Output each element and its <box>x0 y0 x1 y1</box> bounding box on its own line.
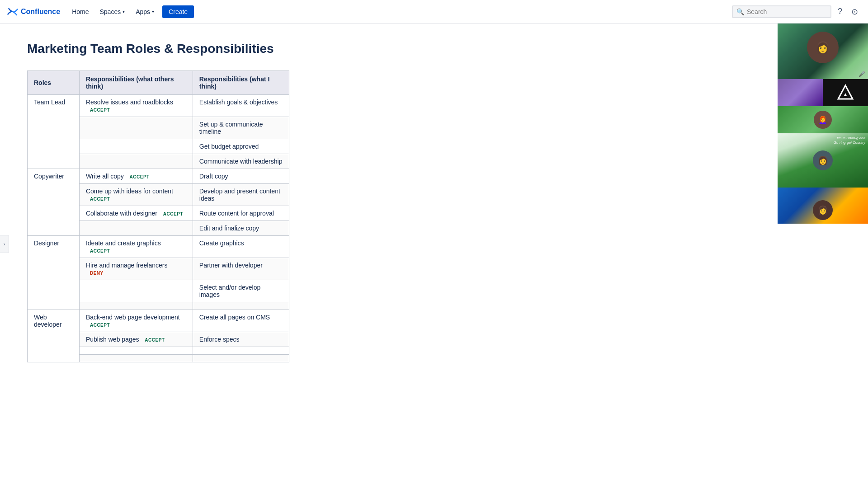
video-tile-2: ▲ 👩‍🦰 <box>778 79 868 133</box>
mine-cell: Select and/or develop images <box>193 280 289 302</box>
others-cell <box>79 139 193 154</box>
others-cell: Back-end web page development ACCEPT <box>79 310 193 332</box>
others-cell <box>79 280 193 302</box>
navbar: Confluence Home Spaces ▾ Apps ▾ Create 🔍… <box>0 0 868 23</box>
others-cell <box>79 154 193 169</box>
main-content: Marketing Team Roles & Responsibilities … <box>0 23 542 389</box>
avatar-1: 👩 <box>807 32 839 63</box>
badge-accept: ACCEPT <box>127 174 152 180</box>
others-cell: Collaborate with designer ACCEPT <box>79 206 193 221</box>
mine-cell: Establish goals & objectives <box>193 95 289 117</box>
search-icon: 🔍 <box>736 8 744 15</box>
roles-table: Roles Responsibilities (what others thin… <box>27 70 289 362</box>
badge-accept: ACCEPT <box>88 196 112 202</box>
mine-cell: Communicate with leadership <box>193 154 289 169</box>
confluence-logo[interactable]: Confluence <box>7 6 60 17</box>
nav-right: 🔍 ? ⊙ <box>732 4 861 19</box>
search-box[interactable]: 🔍 <box>732 5 831 18</box>
video-tile-4: 👩 🎤 <box>778 188 868 224</box>
mine-cell: Enforce specs <box>193 332 289 347</box>
mine-cell: Route content for approval <box>193 206 289 221</box>
video-panel: 👩 🎤 ▲ 👩‍🦰 👩 I'm in Dharug and Gu-ring-ga… <box>778 16 868 224</box>
role-cell: Web developer <box>28 310 80 362</box>
create-button[interactable]: Create <box>162 5 194 18</box>
role-cell: Designer <box>28 236 80 310</box>
tile-3-location-text: I'm in Dharug and Gu-ring-gai Country <box>834 136 865 145</box>
mine-cell: Develop and present content ideas <box>193 184 289 206</box>
video-tile-1: 👩 🎤 <box>778 16 868 79</box>
help-button[interactable]: ? <box>835 4 845 19</box>
others-cell: Hire and manage freelancers DENY <box>79 258 193 280</box>
logo-text: Confluence <box>21 8 60 16</box>
mine-cell <box>193 302 289 310</box>
search-input[interactable] <box>747 8 827 15</box>
video-tile-2a <box>778 79 823 106</box>
spaces-chevron: ▾ <box>123 9 125 14</box>
badge-accept: ACCEPT <box>88 248 112 254</box>
sidebar-toggle[interactable]: › <box>0 235 9 253</box>
apps-chevron: ▾ <box>152 9 154 14</box>
others-cell <box>79 221 193 236</box>
role-cell: Team Lead <box>28 95 80 169</box>
badge-accept: ACCEPT <box>88 322 112 328</box>
badge-deny: DENY <box>88 270 106 276</box>
video-tile-2b: 👩‍🦰 <box>778 106 868 133</box>
mine-cell: Create graphics <box>193 236 289 258</box>
mine-cell: Partner with developer <box>193 258 289 280</box>
table-row: DesignerIdeate and create graphics ACCEP… <box>28 236 289 258</box>
others-cell: Resolve issues and roadblocks ACCEPT <box>79 95 193 117</box>
role-cell: Copywriter <box>28 169 80 236</box>
others-cell <box>79 355 193 362</box>
video-tile-3: 👩 I'm in Dharug and Gu-ring-gai Country <box>778 133 868 188</box>
mine-cell: Create all pages on CMS <box>193 310 289 332</box>
mine-cell <box>193 347 289 355</box>
others-cell: Write all copy ACCEPT <box>79 169 193 184</box>
spaces-link[interactable]: Spaces ▾ <box>95 5 129 18</box>
col-header-roles: Roles <box>28 71 80 95</box>
badge-accept: ACCEPT <box>142 337 167 343</box>
apps-link[interactable]: Apps ▾ <box>131 5 159 18</box>
nav-links: Home Spaces ▾ Apps ▾ Create <box>67 5 194 18</box>
others-cell: Come up with ideas for content ACCEPT <box>79 184 193 206</box>
mine-cell: Draft copy <box>193 169 289 184</box>
col-header-mine: Responsibilities (what I think) <box>193 71 289 95</box>
atlassian-tile: ▲ <box>823 79 868 106</box>
others-cell <box>79 347 193 355</box>
page-title: Marketing Team Roles & Responsibilities <box>27 42 515 56</box>
badge-accept: ACCEPT <box>161 211 185 217</box>
col-header-others: Responsibilities (what others think) <box>79 71 193 95</box>
mine-cell: Edit and finalize copy <box>193 221 289 236</box>
mic-icon-1: 🎤 <box>859 71 865 77</box>
mine-cell: Set up & communicate timeline <box>193 117 289 139</box>
badge-accept: ACCEPT <box>88 107 112 113</box>
svg-text:▲: ▲ <box>843 91 848 98</box>
table-row: Web developerBack-end web page developme… <box>28 310 289 332</box>
others-cell: Ideate and create graphics ACCEPT <box>79 236 193 258</box>
others-cell: Publish web pages ACCEPT <box>79 332 193 347</box>
table-row: Team LeadResolve issues and roadblocks A… <box>28 95 289 117</box>
signin-button[interactable]: ⊙ <box>849 4 861 19</box>
home-link[interactable]: Home <box>67 5 93 18</box>
others-cell <box>79 117 193 139</box>
table-row: CopywriterWrite all copy ACCEPTDraft cop… <box>28 169 289 184</box>
others-cell <box>79 302 193 310</box>
mine-cell <box>193 355 289 362</box>
mine-cell: Get budget approved <box>193 139 289 154</box>
